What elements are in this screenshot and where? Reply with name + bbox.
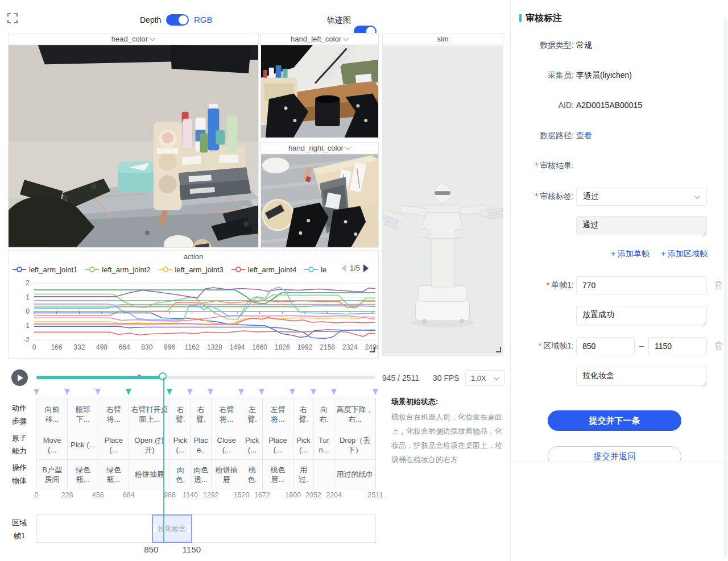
segment-marker[interactable] xyxy=(187,389,193,395)
segment-marker[interactable] xyxy=(208,389,213,395)
segment-cell[interactable]: 肉色. xyxy=(171,460,191,489)
fullscreen-button[interactable] xyxy=(7,13,18,24)
segment-cell[interactable]: 右臂将... xyxy=(98,398,129,430)
segment-cell[interactable]: 右臂将... xyxy=(212,398,242,430)
segment-cell[interactable]: Pick (... xyxy=(293,430,314,460)
svg-text:1162: 1162 xyxy=(185,343,200,351)
slider-progress xyxy=(36,376,164,379)
segment-marker[interactable] xyxy=(95,389,101,395)
segment-cell[interactable]: Move (... xyxy=(37,430,68,460)
add-region-frame-link[interactable]: + 添加区域帧 xyxy=(661,249,708,258)
svg-text:1826: 1826 xyxy=(275,343,290,351)
page-scrollbar[interactable] xyxy=(724,17,727,557)
review-tag-select[interactable]: 通过 xyxy=(576,188,707,206)
delete-region-frame-icon[interactable] xyxy=(714,341,723,351)
segment-cell[interactable]: 向右. xyxy=(314,398,334,430)
segment-row: 向前移...腰部下...右臂将...右臂打开桌面上...右臂.右臂.右臂将...… xyxy=(37,398,376,430)
play-button[interactable] xyxy=(11,369,28,386)
legend-item-left_arm_joint2[interactable]: left_arm_joint2 xyxy=(85,265,150,274)
segment-cell[interactable]: 粉饼抽屉 xyxy=(212,460,242,489)
legend-prev-icon[interactable] xyxy=(341,264,346,272)
segment-cell[interactable]: Place (... xyxy=(98,430,129,460)
segment-marker[interactable] xyxy=(126,389,131,395)
segment-cell[interactable]: 向前移... xyxy=(37,398,68,430)
segment-cell[interactable]: 绿色瓶... xyxy=(98,460,129,489)
segment-cell[interactable]: 左臂将... xyxy=(263,398,293,430)
review-tag-note-textarea[interactable]: 通过 xyxy=(576,216,707,235)
segment-cell[interactable]: Drop（丢下） xyxy=(334,430,376,460)
region-right-handle[interactable] xyxy=(188,525,190,533)
monitor xyxy=(171,45,251,73)
playback-slider[interactable] xyxy=(36,376,375,379)
legend-item-left_arm_joint1[interactable]: left_arm_joint1 xyxy=(13,265,77,274)
chart-resize-corner-icon[interactable] xyxy=(370,347,375,352)
segment-marker[interactable] xyxy=(64,389,70,395)
sim-robot-view[interactable] xyxy=(383,45,503,355)
head-camera-panel: head_color xyxy=(8,33,259,248)
playback-speed-select[interactable]: 1.0X xyxy=(465,370,505,386)
depth-rgb-toggle[interactable] xyxy=(166,14,189,26)
segment-cell[interactable]: 高度下降，右... xyxy=(334,398,376,430)
hand-right-camera-header[interactable]: hand_right_color xyxy=(261,143,378,154)
region-start-input[interactable] xyxy=(576,337,635,355)
segment-cell[interactable]: 右臂. xyxy=(293,398,314,430)
segment-cell[interactable]: 肉色透... xyxy=(191,460,212,489)
sim-header: sim xyxy=(383,34,503,45)
single-frame-dot-marker[interactable] xyxy=(138,375,141,378)
region-left-handle[interactable] xyxy=(154,525,156,533)
playhead-cursor-line[interactable] xyxy=(163,377,164,543)
segment-marker[interactable] xyxy=(167,389,172,395)
segment-marker[interactable] xyxy=(331,389,337,395)
legend-item-left_arm_joint4[interactable]: left_arm_joint4 xyxy=(231,265,296,274)
segment-cell[interactable]: Turn... xyxy=(314,430,334,460)
segment-cell[interactable] xyxy=(314,460,334,489)
submit-next-button[interactable]: 提交并下一条 xyxy=(548,410,681,431)
segment-cell[interactable]: 用过. xyxy=(293,460,314,489)
submit-return-button[interactable]: 提交并返回 xyxy=(548,446,681,462)
segment-marker[interactable] xyxy=(34,389,39,395)
segment-cell[interactable]: 桃色. xyxy=(242,460,263,489)
region-frame-block[interactable]: 拉化妆盒 xyxy=(152,514,192,543)
segment-marker[interactable] xyxy=(373,389,378,395)
segment-cell[interactable]: Place (... xyxy=(263,430,293,460)
single-frame-input[interactable] xyxy=(576,276,707,294)
legend-item-left_arm_joint3[interactable]: left_arm_joint3 xyxy=(159,265,224,274)
region-start-label: 850 xyxy=(144,545,158,554)
segment-cell[interactable]: B户型房间 xyxy=(37,460,68,489)
region-frame-note-textarea[interactable]: 拉化妆盒 xyxy=(576,367,707,386)
region-end-input[interactable] xyxy=(648,337,707,355)
segment-cell[interactable]: 腰部下... xyxy=(68,398,98,430)
segment-cell[interactable]: Pick (... xyxy=(68,430,98,460)
segment-cell[interactable]: 左臂. xyxy=(242,398,263,430)
segment-cell[interactable]: 右臂. xyxy=(171,398,191,430)
segment-cell[interactable]: 用过的纸巾 xyxy=(334,460,376,489)
slider-handle[interactable] xyxy=(159,372,167,380)
segment-marker[interactable] xyxy=(238,389,244,395)
add-single-frame-link[interactable]: + 添加单帧 xyxy=(611,249,650,258)
powder-compact xyxy=(263,200,293,230)
legend-next-icon[interactable] xyxy=(363,264,369,272)
delete-single-frame-icon[interactable] xyxy=(714,280,723,290)
chevron-down-icon xyxy=(694,193,700,199)
data-path-view-link[interactable]: 查看 xyxy=(576,131,592,141)
segment-cell[interactable]: Place.. xyxy=(191,430,212,460)
scale-tick-label: 1140 xyxy=(183,491,198,499)
segment-marker[interactable] xyxy=(259,389,264,395)
head-camera-header[interactable]: head_color xyxy=(9,34,258,45)
add-frame-links: + 添加单帧 + 添加区域帧 xyxy=(511,249,708,259)
segment-row: B户型房间绿色瓶...绿色瓶...粉饼抽屉肉色.肉色透...粉饼抽屉桃色.桃色唇… xyxy=(37,460,376,489)
chevron-down-icon xyxy=(494,375,499,380)
segment-marker[interactable] xyxy=(289,389,295,395)
segment-cell[interactable]: 右臂. xyxy=(191,398,212,430)
legend-item-le[interactable]: le xyxy=(304,265,326,274)
segment-cell[interactable]: 桃色唇... xyxy=(263,460,293,489)
segment-cell[interactable]: Close (... xyxy=(212,430,242,460)
segment-marker[interactable] xyxy=(311,389,316,395)
segment-cell[interactable]: Pick (... xyxy=(171,430,191,460)
single-frame-note-textarea[interactable]: 放置成功 xyxy=(576,306,707,325)
hand-left-camera-header[interactable]: hand_left_color xyxy=(261,34,378,45)
scale-tick-label: 2511 xyxy=(368,491,383,499)
segment-cell[interactable]: 绿色瓶... xyxy=(68,460,98,489)
sim-resize-corner-icon[interactable] xyxy=(496,347,501,352)
segment-cell[interactable]: Pick (... xyxy=(242,430,263,460)
